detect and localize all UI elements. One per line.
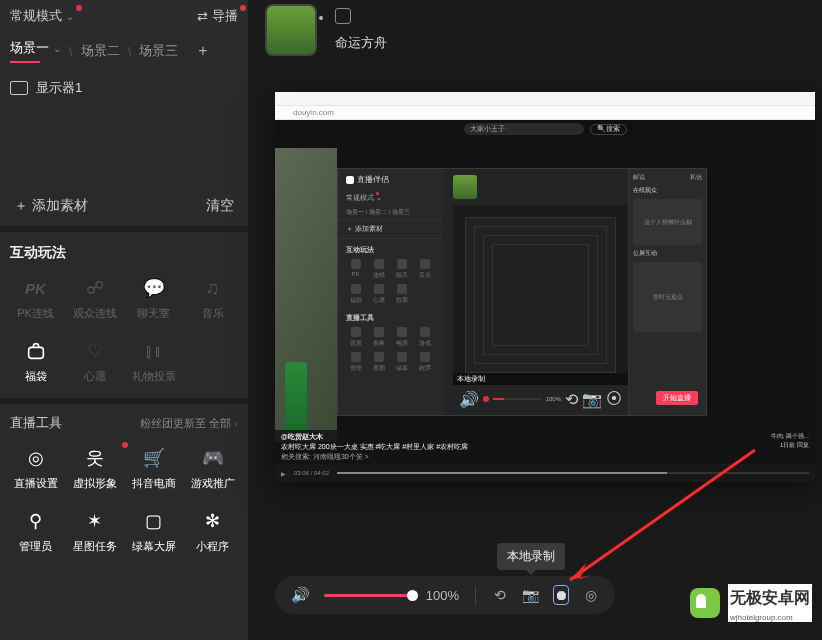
nested-app-title: 直播伴侣 <box>338 169 443 190</box>
scene-tab-2[interactable]: 场景二 <box>81 42 120 60</box>
banner-title: 命运方舟 <box>335 34 387 52</box>
wish-item[interactable]: ♡心愿 <box>65 339 124 384</box>
target-icon: ◎ <box>24 446 48 470</box>
mode-selector[interactable]: 常规模式 ⌄ <box>10 7 74 25</box>
nested-sidebar: 直播伴侣 常规模式 ⌄ 场景一 \ 场景二 \ 场景三 ＋ 添加素材 互动玩法 … <box>338 169 443 415</box>
item-label: 小程序 <box>196 539 229 554</box>
item-label: 礼物投票 <box>132 369 176 384</box>
inner-search-input: 大家小王子 <box>464 123 584 135</box>
record-button[interactable]: ⏺ <box>553 585 569 605</box>
link-icon: ☍ <box>83 276 107 300</box>
bottom-control-bar: 🔊 100% ⟲ 📷 ⏺ ◎ <box>275 576 615 614</box>
nested-card: 暂时无观众 <box>633 262 702 332</box>
item-label: 虚拟形象 <box>73 476 117 491</box>
star-task-item[interactable]: ✶星图任务 <box>65 509 124 554</box>
separator: \ <box>128 44 132 59</box>
item-label: 星图任务 <box>73 539 117 554</box>
nested-tooltip: 本地录制 <box>453 373 628 385</box>
add-material-button[interactable]: ＋ 添加素材 <box>14 197 88 215</box>
scene-tab-3[interactable]: 场景三 <box>139 42 178 60</box>
tools-grid: ◎直播设置 웃虚拟形象 🛒抖音电商 🎮游戏推广 ⚲管理员 ✶星图任务 ▢绿幕大屏… <box>0 442 248 568</box>
item-label: 观众连线 <box>73 306 117 321</box>
audience-link-item[interactable]: ☍观众连线 <box>65 276 124 321</box>
item-label: 福袋 <box>25 369 47 384</box>
nested-section-2: 直播工具 <box>338 307 443 325</box>
add-material-label: 添加素材 <box>32 197 88 213</box>
sidebar: 常规模式 ⌄ ⇄ 导播 场景一⌄ \ 场景二 \ 场景三 + 显示器1 ＋ 添加… <box>0 0 248 640</box>
cart-icon: 🛒 <box>142 446 166 470</box>
clear-button[interactable]: 清空 <box>206 197 234 215</box>
video-description: @吃货赵大木 农村吃大席 200块一大桌 实惠 #吃大席 #村里人家 #农村吃席… <box>275 430 815 464</box>
interactive-section-title: 互动玩法 <box>0 232 248 272</box>
add-scene-button[interactable]: + <box>198 42 207 60</box>
target-icon[interactable]: ◎ <box>583 585 599 605</box>
admin-icon: ⚲ <box>24 509 48 533</box>
music-item[interactable]: ♫音乐 <box>183 276 242 321</box>
gift-vote-item[interactable]: ⫿⫾礼物投票 <box>124 339 183 384</box>
item-label: 管理员 <box>19 539 52 554</box>
wish-icon: ♡ <box>83 339 107 363</box>
item-label: 游戏推广 <box>191 476 235 491</box>
window-titlebar <box>275 92 815 106</box>
scene-tabs: 场景一⌄ \ 场景二 \ 场景三 + <box>0 32 248 70</box>
monitor-label: 显示器1 <box>36 79 82 97</box>
source-monitor-row[interactable]: 显示器1 <box>0 70 248 106</box>
refresh-icon[interactable]: ⟲ <box>492 585 508 605</box>
volume-slider[interactable] <box>324 594 412 597</box>
item-label: 抖音电商 <box>132 476 176 491</box>
game-promo-item[interactable]: 🎮游戏推广 <box>183 446 242 491</box>
separator: \ <box>69 44 73 59</box>
cast-label: 导播 <box>212 7 238 25</box>
scene-tab-1[interactable]: 场景一⌄ <box>10 39 61 63</box>
tooltip-local-record: 本地录制 <box>497 543 565 570</box>
lucky-bag-item[interactable]: 福袋 <box>6 339 65 384</box>
video-author: @吃货赵大木 <box>281 432 809 442</box>
background-photo <box>275 148 337 442</box>
item-label: PK连线 <box>17 306 54 321</box>
pk-icon: PK <box>24 276 48 300</box>
chat-room-item[interactable]: 💬聊天室 <box>124 276 183 321</box>
ecommerce-item[interactable]: 🛒抖音电商 <box>124 446 183 491</box>
tools-promo[interactable]: 粉丝团更新至 全部 › <box>140 416 238 431</box>
star-icon: ✶ <box>83 509 107 533</box>
mode-label: 常规模式 <box>10 7 62 25</box>
swap-icon: ⇄ <box>197 9 208 24</box>
avatar-item[interactable]: 웃虚拟形象 <box>65 446 124 491</box>
scene-label: 场景一 <box>10 40 49 55</box>
video-meta: 牛肉, 两个强... <box>771 432 809 441</box>
stream-settings-item[interactable]: ◎直播设置 <box>6 446 65 491</box>
camera-icon[interactable]: 📷 <box>522 585 539 605</box>
edit-icon[interactable] <box>335 8 351 24</box>
add-material-row: ＋ 添加素材 清空 <box>0 186 248 226</box>
miniapp-item[interactable]: ✻小程序 <box>183 509 242 554</box>
admin-item[interactable]: ⚲管理员 <box>6 509 65 554</box>
monitor-icon <box>10 81 28 95</box>
volume-icon[interactable]: 🔊 <box>291 586 310 604</box>
pk-link-item[interactable]: PKPK连线 <box>6 276 65 321</box>
nested-right-panel: 解说私信 在线观众 这个人很懒什么都 公屏互动 暂时无观众 <box>628 169 706 415</box>
top-bar: 常规模式 ⌄ ⇄ 导播 <box>0 0 248 32</box>
nested-companion-app: 直播伴侣 常规模式 ⌄ 场景一 \ 场景二 \ 场景三 ＋ 添加素材 互动玩法 … <box>337 168 707 416</box>
volume-thumb[interactable] <box>407 590 418 601</box>
chevron-down-icon: ⌄ <box>66 11 74 22</box>
banner-slot: 命运方舟 <box>265 4 387 56</box>
music-icon: ♫ <box>201 276 225 300</box>
scene-thumbnail[interactable] <box>265 4 317 56</box>
cast-switch[interactable]: ⇄ 导播 <box>197 7 238 25</box>
nested-card: 这个人很懒什么都 <box>633 199 702 245</box>
video-caption: 农村吃大席 200块一大桌 实惠 #吃大席 #村里人家 #农村吃席 <box>281 443 468 450</box>
nested-thumb <box>453 175 477 199</box>
green-screen-item[interactable]: ▢绿幕大屏 <box>124 509 183 554</box>
watermark-logo <box>690 588 720 618</box>
avatar-icon: 웃 <box>83 446 107 470</box>
separator <box>475 586 476 604</box>
nested-panel-title: 在线观众 <box>633 186 702 195</box>
tools-title: 直播工具 <box>10 414 62 432</box>
empty-item <box>183 339 242 384</box>
watermark-url: wjhotelgroup.com <box>728 613 812 622</box>
gamepad-icon: 🎮 <box>201 446 225 470</box>
item-label: 音乐 <box>202 306 224 321</box>
interactive-grid: PKPK连线 ☍观众连线 💬聊天室 ♫音乐 福袋 ♡心愿 ⫿⫾礼物投票 <box>0 272 248 398</box>
watermark: 无极安卓网 wjhotelgroup.com <box>690 584 812 622</box>
item-label: 直播设置 <box>14 476 58 491</box>
